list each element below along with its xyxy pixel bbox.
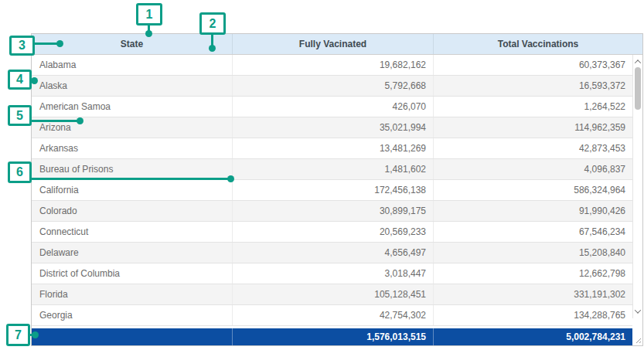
table-row[interactable]: Bureau of Prisons 1,481,602 4,096,837	[32, 159, 632, 180]
cell-state: Colorado	[32, 201, 233, 221]
cell-total-vaccinations: 67,546,234	[434, 222, 632, 242]
cell-fully-vaccinated: 4,656,497	[233, 243, 434, 263]
cell-state: Connecticut	[32, 222, 233, 242]
cell-total-vaccinations: 114,962,359	[434, 117, 632, 138]
callout-stem-3	[34, 42, 59, 45]
table-row[interactable]: District of Columbia 3,018,447 12,662,79…	[32, 263, 632, 284]
cell-fully-vaccinated: 5,792,668	[233, 76, 434, 96]
chevron-down-icon	[635, 307, 641, 313]
cell-fully-vaccinated: 1,481,602	[233, 159, 434, 179]
callout-marker-5: 5	[8, 105, 32, 126]
cell-total-vaccinations: 4,096,837	[434, 159, 632, 179]
cell-fully-vaccinated: 426,070	[233, 97, 434, 117]
cell-total-vaccinations: 331,191,302	[434, 284, 632, 304]
cell-total-vaccinations: 586,324,964	[434, 180, 632, 200]
callout-marker-3: 3	[9, 36, 35, 56]
table-header-row: State Fully Vacinated Total Vaccinations	[32, 34, 642, 55]
callout-marker-1: 1	[136, 3, 162, 25]
vertical-scrollbar[interactable]	[632, 55, 642, 318]
cell-fully-vaccinated: 20,569,233	[233, 222, 434, 242]
column-header-fully-vaccinated[interactable]: Fully Vacinated	[233, 34, 434, 54]
callout-marker-6: 6	[8, 161, 32, 183]
cell-fully-vaccinated: 35,021,994	[233, 117, 434, 138]
cell-state: Delaware	[32, 243, 233, 263]
callout-dot-6	[227, 175, 234, 182]
cell-fully-vaccinated: 19,682,162	[233, 55, 434, 75]
resize-grip-icon[interactable]	[635, 337, 642, 344]
callout-marker-2: 2	[199, 12, 226, 35]
callout-dot-5	[77, 117, 83, 124]
cell-fully-vaccinated: 105,128,451	[233, 284, 434, 304]
table-row[interactable]: Alabama 19,682,162 60,373,367	[32, 55, 632, 76]
table-body: Alabama 19,682,162 60,373,367 Alaska 5,7…	[32, 55, 632, 326]
summary-total-vaccinations: 5,002,784,231	[434, 328, 632, 345]
cell-state: Arkansas	[32, 138, 233, 158]
cell-fully-vaccinated: 13,481,269	[233, 138, 434, 158]
vaccination-table: State Fully Vacinated Total Vaccinations…	[31, 33, 643, 346]
table-row[interactable]: Connecticut 20,569,233 67,546,234	[32, 222, 632, 243]
summary-fully-vaccinated: 1,576,013,515	[233, 328, 434, 345]
scroll-up-button[interactable]	[633, 56, 642, 67]
cell-fully-vaccinated: 3,018,447	[233, 263, 434, 284]
callout-dot-7	[32, 331, 39, 338]
scrollbar-thumb[interactable]	[635, 67, 641, 110]
cell-state: Alabama	[32, 55, 233, 75]
cell-total-vaccinations: 60,373,367	[434, 55, 632, 75]
table-row[interactable]: Florida 105,128,451 331,191,302	[32, 284, 632, 305]
cell-state: American Samoa	[32, 97, 233, 117]
table-row[interactable]: California 172,456,138 586,324,964	[32, 180, 632, 201]
cell-state: Alaska	[32, 76, 233, 96]
callout-dot-1	[145, 30, 152, 37]
callout-marker-7: 7	[6, 324, 30, 346]
table-row[interactable]: Delaware 4,656,497 15,208,840	[32, 243, 632, 263]
cell-total-vaccinations: 12,662,798	[434, 263, 632, 284]
cell-state: Bureau of Prisons	[32, 159, 233, 179]
cell-total-vaccinations: 42,873,453	[434, 138, 632, 158]
summary-state	[32, 328, 233, 345]
cell-state: Georgia	[32, 305, 233, 325]
cell-total-vaccinations: 15,208,840	[434, 243, 632, 263]
cell-fully-vaccinated: 172,456,138	[233, 180, 434, 200]
cell-total-vaccinations: 1,264,522	[434, 97, 632, 117]
callout-dot-3	[56, 40, 63, 47]
cell-total-vaccinations: 16,593,372	[434, 76, 632, 96]
cell-state: Florida	[32, 284, 233, 304]
table-row[interactable]: Arkansas 13,481,269 42,873,453	[32, 138, 632, 159]
callout-stem-5	[31, 120, 78, 122]
summary-row: 1,576,013,515 5,002,784,231	[32, 328, 632, 345]
table-row[interactable]: Arizona 35,021,994 114,962,359	[32, 117, 632, 138]
cell-state: California	[32, 180, 233, 200]
scroll-down-button[interactable]	[633, 306, 642, 317]
table-row[interactable]: Georgia 42,754,302 134,288,765	[32, 305, 632, 326]
cell-fully-vaccinated: 30,899,175	[233, 201, 434, 221]
callout-marker-4: 4	[8, 70, 32, 90]
table-row[interactable]: Alaska 5,792,668 16,593,372	[32, 76, 632, 97]
cell-fully-vaccinated: 42,754,302	[233, 305, 434, 325]
callout-stem-6	[31, 178, 229, 180]
table-row[interactable]: Colorado 30,899,175 91,990,426	[32, 201, 632, 222]
callout-dot-4	[31, 77, 38, 84]
table-row[interactable]: American Samoa 426,070 1,264,522	[32, 97, 632, 117]
cell-total-vaccinations: 91,990,426	[434, 201, 632, 221]
column-header-total-vaccinations[interactable]: Total Vaccinations	[434, 34, 642, 54]
chevron-up-icon	[635, 59, 641, 66]
cell-state: District of Columbia	[32, 263, 233, 284]
cell-total-vaccinations: 134,288,765	[434, 305, 632, 325]
callout-dot-2	[209, 45, 216, 52]
